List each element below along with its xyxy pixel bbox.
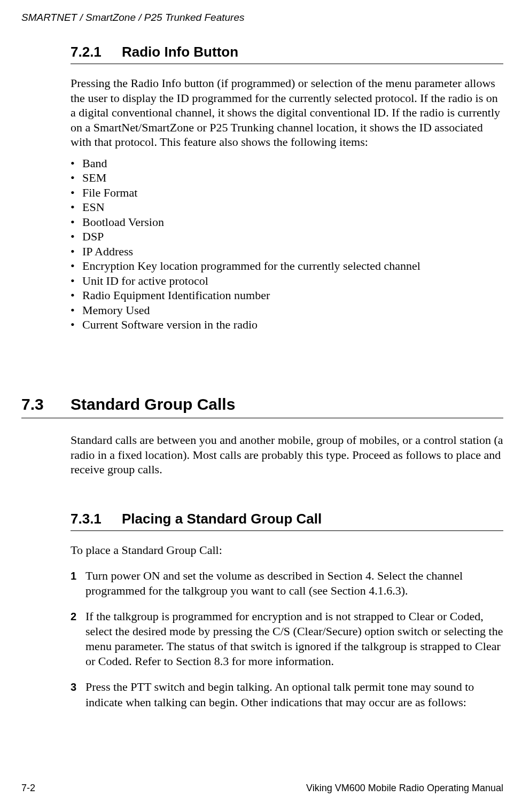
bullet-icon: • bbox=[71, 229, 82, 244]
list-item: •Encryption Key location programmed for … bbox=[71, 259, 503, 274]
section-heading: 7.3 Standard Group Calls bbox=[21, 395, 503, 418]
list-item-text: DSP bbox=[82, 229, 104, 244]
list-item: •Memory Used bbox=[71, 303, 503, 318]
page-number: 7-2 bbox=[21, 783, 35, 794]
list-item: •Bootload Version bbox=[71, 215, 503, 230]
section-7-3-body: Standard calls are between you and anoth… bbox=[71, 433, 503, 483]
bullet-icon: • bbox=[71, 170, 82, 185]
subsection-title: Radio Info Button bbox=[122, 44, 238, 60]
page-footer: 7-2 Viking VM600 Mobile Radio Operating … bbox=[21, 783, 503, 794]
list-item: •Unit ID for active protocol bbox=[71, 274, 503, 288]
list-item: •Band bbox=[71, 156, 503, 171]
subsection-number: 7.3.1 bbox=[71, 511, 122, 527]
list-item: •Current Software version in the radio bbox=[71, 317, 503, 332]
section-title: Standard Group Calls bbox=[71, 395, 235, 413]
list-item-text: Current Software version in the radio bbox=[82, 317, 258, 332]
list-item: •DSP bbox=[71, 229, 503, 244]
list-item-text: Band bbox=[82, 156, 107, 171]
list-item-text: Bootload Version bbox=[82, 215, 164, 230]
section-7-2-1: 7.2.1 Radio Info Button Pressing the Rad… bbox=[71, 44, 503, 332]
subsection-number: 7.2.1 bbox=[71, 44, 122, 60]
list-item: •File Format bbox=[71, 185, 503, 200]
bullet-icon: • bbox=[71, 317, 82, 332]
bullet-list: •Band •SEM •File Format •ESN •Bootload V… bbox=[71, 156, 503, 332]
step-item: 3 Press the PTT switch and begin talking… bbox=[71, 680, 503, 709]
section-intro: Pressing the Radio Info button (if progr… bbox=[71, 76, 503, 150]
step-item: 2 If the talkgroup is programmed for enc… bbox=[71, 609, 503, 669]
list-item-text: File Format bbox=[82, 185, 137, 200]
bullet-icon: • bbox=[71, 215, 82, 230]
list-item-text: Encryption Key location programmed for t… bbox=[82, 259, 420, 274]
step-number: 1 bbox=[71, 568, 85, 598]
running-header: SMARTNET / SmartZone / P25 Trunked Featu… bbox=[21, 12, 244, 24]
step-number: 3 bbox=[71, 680, 85, 709]
list-item-text: Memory Used bbox=[82, 303, 150, 318]
subsection-title: Placing a Standard Group Call bbox=[122, 511, 322, 527]
section-number: 7.3 bbox=[21, 395, 71, 413]
subsection-lead: To place a Standard Group Call: bbox=[71, 543, 503, 558]
bullet-icon: • bbox=[71, 244, 82, 259]
bullet-icon: • bbox=[71, 288, 82, 303]
section-intro: Standard calls are between you and anoth… bbox=[71, 433, 503, 477]
bullet-icon: • bbox=[71, 274, 82, 288]
page: SMARTNET / SmartZone / P25 Trunked Featu… bbox=[0, 0, 522, 812]
step-number: 2 bbox=[71, 609, 85, 669]
list-item-text: Radio Equipment Identification number bbox=[82, 288, 270, 303]
list-item-text: ESN bbox=[82, 200, 105, 215]
doc-title: Viking VM600 Mobile Radio Operating Manu… bbox=[306, 783, 503, 794]
list-item: •IP Address bbox=[71, 244, 503, 259]
step-text: If the talkgroup is programmed for encry… bbox=[85, 609, 503, 669]
section-7-3-1: 7.3.1 Placing a Standard Group Call To p… bbox=[71, 511, 503, 721]
bullet-icon: • bbox=[71, 156, 82, 171]
bullet-icon: • bbox=[71, 200, 82, 215]
list-item: •ESN bbox=[71, 200, 503, 215]
section-7-3-heading: 7.3 Standard Group Calls bbox=[21, 395, 503, 418]
subsection-heading: 7.3.1 Placing a Standard Group Call bbox=[71, 511, 503, 531]
bullet-icon: • bbox=[71, 303, 82, 318]
step-item: 1 Turn power ON and set the volume as de… bbox=[71, 568, 503, 598]
list-item: •Radio Equipment Identification number bbox=[71, 288, 503, 303]
list-item-text: Unit ID for active protocol bbox=[82, 274, 208, 288]
list-item: •SEM bbox=[71, 170, 503, 185]
list-item-text: IP Address bbox=[82, 244, 133, 259]
list-item-text: SEM bbox=[82, 170, 106, 185]
step-text: Turn power ON and set the volume as desc… bbox=[85, 568, 503, 598]
bullet-icon: • bbox=[71, 185, 82, 200]
bullet-icon: • bbox=[71, 259, 82, 274]
subsection-heading: 7.2.1 Radio Info Button bbox=[71, 44, 503, 64]
step-text: Press the PTT switch and begin talking. … bbox=[85, 680, 503, 709]
